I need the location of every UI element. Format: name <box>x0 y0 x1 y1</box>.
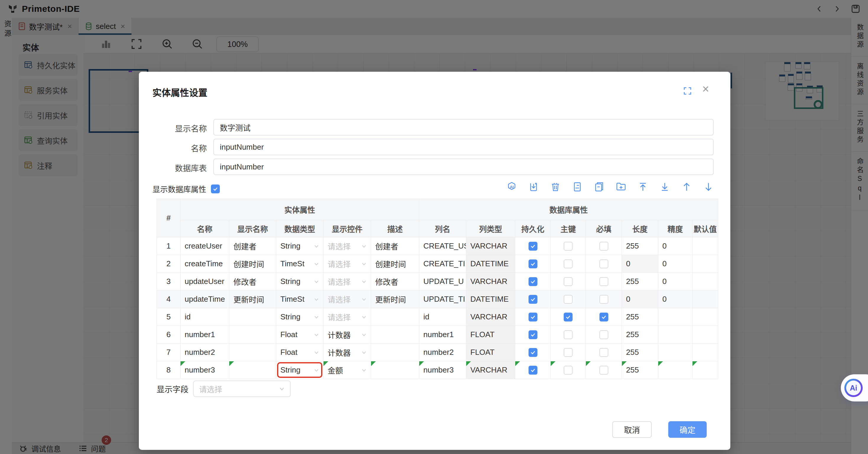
cell-display-name[interactable] <box>229 344 276 361</box>
ok-button[interactable]: 确定 <box>668 421 707 438</box>
required-checkbox[interactable] <box>599 313 608 321</box>
cell-precision[interactable] <box>658 361 692 379</box>
cell-length[interactable]: 255 <box>622 326 658 344</box>
cell-display-name[interactable] <box>229 361 276 379</box>
cell-name[interactable]: createUser <box>181 237 229 255</box>
cell-column-name[interactable]: number2 <box>419 344 466 361</box>
primary-key-checkbox[interactable] <box>564 348 572 357</box>
cell-default[interactable] <box>692 308 718 326</box>
cell-length[interactable]: 255 <box>622 237 658 255</box>
cell-data-type-dropdown[interactable]: String <box>276 361 323 379</box>
cell-data-type-dropdown[interactable]: String <box>276 308 323 326</box>
persist-checkbox[interactable] <box>529 242 537 251</box>
cell-data-type-dropdown[interactable]: TimeSt <box>276 290 323 308</box>
cell-description[interactable] <box>371 326 419 344</box>
cancel-button[interactable]: 取消 <box>612 421 652 438</box>
cell-description[interactable]: 更新时间 <box>371 290 419 308</box>
document-icon[interactable] <box>572 182 583 192</box>
cell-column-name[interactable]: id <box>419 308 466 326</box>
cell-description[interactable] <box>371 361 419 379</box>
cell-description[interactable] <box>371 308 419 326</box>
cell-data-type-dropdown[interactable]: String <box>276 237 323 255</box>
cell-default[interactable] <box>692 344 718 361</box>
cell-control-dropdown[interactable]: 请选择 <box>323 290 371 308</box>
cell-description[interactable] <box>371 344 419 361</box>
cell-control-dropdown[interactable]: 计数器 <box>323 344 371 361</box>
cell-default[interactable] <box>692 255 718 273</box>
cell-length[interactable]: 255 <box>622 361 658 379</box>
ai-assist-icon[interactable]: AI <box>506 182 517 192</box>
cell-length[interactable]: 255 <box>622 273 658 290</box>
cell-description[interactable]: 修改者 <box>371 273 419 290</box>
fullscreen-icon[interactable] <box>683 87 692 95</box>
cell-name[interactable]: number3 <box>181 361 229 379</box>
cell-length[interactable]: 0 <box>622 290 658 308</box>
cell-default[interactable] <box>692 273 718 290</box>
primary-key-checkbox[interactable] <box>564 295 572 304</box>
move-top-icon[interactable] <box>638 182 648 192</box>
cell-precision[interactable]: 0 <box>658 255 692 273</box>
cell-column-name[interactable]: UPDATE_U <box>419 273 466 290</box>
cell-data-type-dropdown[interactable]: Float <box>276 326 323 344</box>
cell-precision[interactable]: 0 <box>658 290 692 308</box>
cell-default[interactable] <box>692 290 718 308</box>
move-bottom-icon[interactable] <box>659 182 670 192</box>
required-checkbox[interactable] <box>599 242 608 251</box>
cell-control-dropdown[interactable]: 请选择 <box>323 237 371 255</box>
persist-checkbox[interactable] <box>529 348 537 357</box>
persist-checkbox[interactable] <box>529 330 537 339</box>
cell-column-name[interactable]: CREATE_TI <box>419 255 466 273</box>
cell-control-dropdown[interactable]: 金额 <box>323 361 371 379</box>
cell-precision[interactable] <box>658 326 692 344</box>
cell-precision[interactable] <box>658 344 692 361</box>
cell-display-name[interactable] <box>229 326 276 344</box>
cell-default[interactable] <box>692 361 718 379</box>
cell-name[interactable]: updateTime <box>181 290 229 308</box>
required-checkbox[interactable] <box>599 277 608 286</box>
cell-length[interactable]: 255 <box>622 344 658 361</box>
required-checkbox[interactable] <box>599 330 608 339</box>
cell-default[interactable] <box>692 326 718 344</box>
cell-data-type-dropdown[interactable]: TimeSt <box>276 255 323 273</box>
ai-assistant-button[interactable]: Ai <box>841 374 868 401</box>
cell-data-type-dropdown[interactable]: Float <box>276 344 323 361</box>
cell-name[interactable]: createTime <box>181 255 229 273</box>
cell-name[interactable]: id <box>181 308 229 326</box>
cell-control-dropdown[interactable]: 请选择 <box>323 255 371 273</box>
cell-length[interactable]: 0 <box>622 255 658 273</box>
folder-add-icon[interactable] <box>616 182 626 192</box>
cell-name[interactable]: number1 <box>181 326 229 344</box>
cell-column-name[interactable]: CREATE_US <box>419 237 466 255</box>
persist-checkbox[interactable] <box>529 366 537 375</box>
cell-column-name[interactable]: number1 <box>419 326 466 344</box>
cell-display-name[interactable] <box>229 308 276 326</box>
cell-precision[interactable]: 0 <box>658 237 692 255</box>
cell-default[interactable] <box>692 237 718 255</box>
cell-precision[interactable]: 0 <box>658 273 692 290</box>
cell-name[interactable]: updateUser <box>181 273 229 290</box>
cell-column-name[interactable]: number3 <box>419 361 466 379</box>
import-add-icon[interactable] <box>528 182 539 192</box>
display-field-select[interactable]: 请选择 <box>193 381 291 397</box>
name-input[interactable]: inputNumber <box>213 139 714 155</box>
cell-precision[interactable] <box>658 308 692 326</box>
required-checkbox[interactable] <box>599 295 608 304</box>
cell-display-name[interactable]: 更新时间 <box>229 290 276 308</box>
primary-key-checkbox[interactable] <box>564 313 572 321</box>
persist-checkbox[interactable] <box>529 313 537 321</box>
cell-name[interactable]: number2 <box>181 344 229 361</box>
primary-key-checkbox[interactable] <box>564 277 572 286</box>
persist-checkbox[interactable] <box>529 259 537 268</box>
required-checkbox[interactable] <box>599 259 608 268</box>
cell-description[interactable]: 创建时间 <box>371 255 419 273</box>
copy-icon[interactable] <box>594 182 604 192</box>
cell-display-name[interactable]: 创建者 <box>229 237 276 255</box>
move-down-icon[interactable] <box>703 182 714 192</box>
persist-checkbox[interactable] <box>529 277 537 286</box>
display-name-input[interactable]: 数字测试 <box>213 119 714 135</box>
db-table-input[interactable]: inputNumber <box>213 159 714 175</box>
cell-column-name[interactable]: UPDATE_TI <box>419 290 466 308</box>
cell-control-dropdown[interactable]: 请选择 <box>323 308 371 326</box>
required-checkbox[interactable] <box>599 348 608 357</box>
cell-length[interactable]: 255 <box>622 308 658 326</box>
